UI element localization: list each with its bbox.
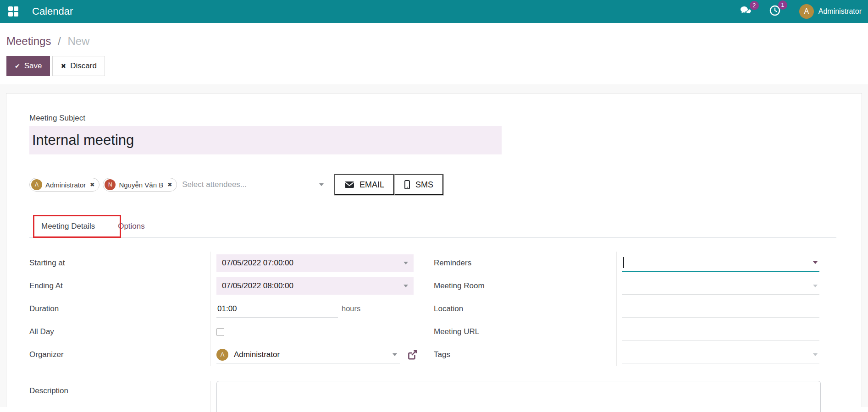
caret-down-icon[interactable]: [404, 262, 408, 264]
field-groups: Starting at 07/05/2022 07:00:00 Ending A…: [29, 252, 836, 366]
attendee-avatar: N: [105, 179, 116, 190]
form-sheet: Meeting Subject A Administrator ✖ N Nguy…: [6, 93, 862, 407]
location-label: Location: [434, 304, 616, 313]
duration-label: Duration: [29, 304, 210, 313]
activities-menu[interactable]: 1: [769, 5, 781, 18]
top-navbar: Calendar 2 1 A Administrator: [0, 0, 868, 23]
duration-unit: hours: [342, 304, 360, 313]
remove-attendee-icon[interactable]: ✖: [167, 181, 172, 188]
email-button[interactable]: EMAIL: [334, 174, 394, 195]
caret-down-icon[interactable]: [813, 285, 818, 287]
meeting-subject-label: Meeting Subject: [29, 114, 836, 123]
tags-label: Tags: [434, 350, 616, 359]
meeting-url-input[interactable]: [622, 323, 819, 341]
tab-options[interactable]: Options: [107, 215, 156, 237]
sms-button[interactable]: SMS: [394, 174, 443, 195]
caret-down-icon[interactable]: [813, 353, 818, 356]
attendee-pill[interactable]: N Nguyễn Văn B ✖: [103, 178, 177, 192]
duration-input[interactable]: [216, 301, 338, 318]
caret-down-icon[interactable]: [319, 183, 324, 186]
organizer-label: Organizer: [29, 350, 210, 359]
apps-grid-icon[interactable]: [8, 6, 18, 16]
reminders-label: Reminders: [434, 258, 616, 268]
messages-badge: 2: [750, 1, 759, 10]
text-cursor: [623, 257, 624, 268]
cross-icon: ✖: [61, 62, 66, 70]
ending-at-input[interactable]: 07/05/2022 08:00:00: [216, 277, 414, 295]
breadcrumb-separator: /: [58, 35, 61, 47]
notebook-tabs: Meeting Details Options: [29, 215, 836, 238]
content-area: Meeting Subject A Administrator ✖ N Nguy…: [0, 84, 868, 407]
attendee-avatar: A: [31, 179, 42, 190]
group-left: Starting at 07/05/2022 07:00:00 Ending A…: [29, 252, 434, 366]
user-menu[interactable]: A Administrator: [799, 4, 862, 19]
breadcrumb: Meetings / New: [6, 35, 861, 48]
chat-bubbles-icon: [740, 10, 752, 17]
attendees-row: A Administrator ✖ N Nguyễn Văn B ✖ Selec…: [29, 174, 836, 196]
user-name: Administrator: [818, 7, 862, 16]
app-title[interactable]: Calendar: [32, 5, 73, 17]
caret-down-icon[interactable]: [813, 261, 818, 264]
activities-badge: 1: [778, 0, 787, 10]
location-input[interactable]: [622, 300, 819, 318]
save-button[interactable]: ✔ Save: [6, 56, 50, 76]
breadcrumb-meetings[interactable]: Meetings: [6, 35, 51, 47]
meeting-room-input[interactable]: [622, 277, 819, 295]
description-textarea[interactable]: [216, 381, 821, 412]
group-right: Reminders Meeting Room: [434, 252, 836, 366]
description-label: Description: [29, 381, 210, 412]
mobile-phone-icon: [404, 180, 410, 189]
control-panel: Meetings / New ✔ Save ✖ Discard: [0, 23, 868, 84]
envelope-icon: [344, 181, 354, 189]
messages-menu[interactable]: 2: [740, 5, 752, 18]
ending-at-label: Ending At: [29, 281, 210, 291]
tab-meeting-details[interactable]: Meeting Details: [29, 215, 107, 237]
breadcrumb-new: New: [67, 35, 89, 47]
meeting-room-label: Meeting Room: [434, 281, 616, 291]
meeting-url-label: Meeting URL: [434, 327, 616, 336]
organizer-input[interactable]: A Administrator: [216, 346, 400, 364]
user-avatar: A: [799, 4, 814, 19]
attendees-input[interactable]: A Administrator ✖ N Nguyễn Văn B ✖ Selec…: [29, 178, 324, 192]
reminders-input[interactable]: [622, 254, 819, 272]
starting-at-input[interactable]: 07/05/2022 07:00:00: [216, 254, 414, 272]
starting-at-label: Starting at: [29, 258, 210, 268]
organizer-avatar: A: [216, 349, 228, 361]
all-day-checkbox[interactable]: [216, 328, 224, 336]
tags-input[interactable]: [622, 346, 819, 363]
attendees-placeholder: Select attendees...: [182, 180, 247, 189]
caret-down-icon[interactable]: [404, 285, 408, 287]
clock-icon: [769, 10, 781, 18]
caret-down-icon[interactable]: [393, 353, 397, 356]
remove-attendee-icon[interactable]: ✖: [90, 181, 94, 188]
check-icon: ✔: [15, 62, 20, 70]
description-row: Description: [29, 381, 836, 412]
external-link-icon[interactable]: [406, 349, 418, 361]
attendee-pill[interactable]: A Administrator ✖: [29, 178, 100, 192]
meeting-subject-input[interactable]: [29, 126, 502, 154]
all-day-label: All Day: [29, 327, 210, 336]
discard-button[interactable]: ✖ Discard: [52, 56, 105, 76]
